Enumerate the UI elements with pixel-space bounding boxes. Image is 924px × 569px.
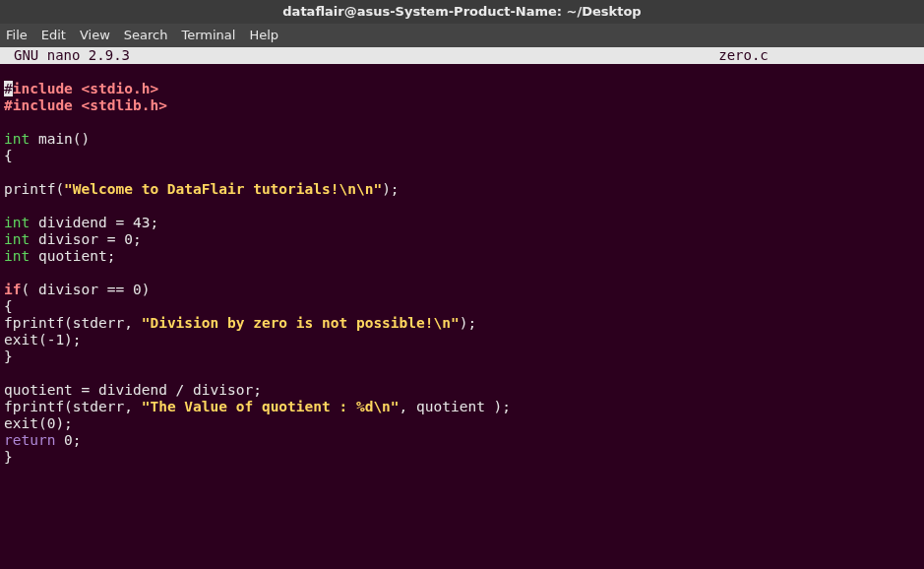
nano-version: GNU nano 2.9.3 bbox=[0, 47, 130, 64]
code-line: exit(-1); bbox=[4, 332, 82, 348]
nano-filename: zero.c bbox=[130, 47, 924, 64]
code-line: int dividend = 43; bbox=[4, 215, 158, 230]
type-kw: int bbox=[4, 231, 30, 247]
menu-view[interactable]: View bbox=[80, 24, 110, 47]
call-open: printf( bbox=[4, 181, 64, 197]
code-line: if( divisor == 0) bbox=[4, 282, 150, 297]
code-line: quotient = dividend / divisor; bbox=[4, 382, 262, 398]
string-literal: "Division by zero is not possible!\n" bbox=[142, 315, 460, 331]
call-close: ); bbox=[460, 315, 476, 331]
code-line: #include <stdio.h> bbox=[4, 81, 158, 96]
string-literal: "Welcome to DataFlair tutorials!\n\n" bbox=[64, 181, 382, 197]
code-line: } bbox=[4, 348, 13, 364]
code-line: } bbox=[4, 449, 13, 465]
call-open: fprintf(stderr, bbox=[4, 399, 142, 414]
code-line: { bbox=[4, 148, 13, 163]
if-cond: ( divisor == 0) bbox=[21, 282, 150, 297]
decl: quotient; bbox=[30, 248, 115, 264]
menubar: File Edit View Search Terminal Help bbox=[0, 24, 924, 47]
return-val: 0; bbox=[55, 432, 81, 448]
type-kw: int bbox=[4, 248, 30, 264]
decl: divisor = 0; bbox=[30, 231, 142, 247]
menu-search[interactable]: Search bbox=[124, 24, 168, 47]
blank-line bbox=[4, 164, 13, 180]
call-close: ); bbox=[382, 181, 399, 197]
nano-header: GNU nano 2.9.3 zero.c bbox=[0, 47, 924, 64]
preproc-kw: include bbox=[13, 81, 73, 96]
call-close: , quotient ); bbox=[400, 399, 512, 414]
window-titlebar: dataflair@asus-System-Product-Name: ~/De… bbox=[0, 0, 924, 24]
main-sig: main() bbox=[30, 131, 90, 147]
code-line: int divisor = 0; bbox=[4, 231, 142, 247]
string-literal: "The Value of quotient : %d\n" bbox=[142, 399, 400, 414]
preproc-kw: #include bbox=[4, 97, 73, 113]
blank-line bbox=[4, 365, 13, 381]
menu-edit[interactable]: Edit bbox=[41, 24, 66, 47]
code-line: return 0; bbox=[4, 432, 82, 448]
code-line: exit(0); bbox=[4, 415, 73, 431]
menu-terminal[interactable]: Terminal bbox=[181, 24, 235, 47]
type-kw: int bbox=[4, 131, 30, 147]
code-line: #include <stdlib.h> bbox=[4, 97, 167, 113]
blank-line bbox=[4, 198, 13, 214]
code-line: int main() bbox=[4, 131, 90, 147]
code-line: { bbox=[4, 298, 13, 314]
code-line: fprintf(stderr, "Division by zero is not… bbox=[4, 315, 476, 331]
code-line: fprintf(stderr, "The Value of quotient :… bbox=[4, 399, 511, 414]
keyword-if: if bbox=[4, 282, 21, 297]
menu-file[interactable]: File bbox=[6, 24, 28, 47]
blank-line bbox=[4, 114, 13, 130]
cursor: # bbox=[4, 81, 13, 96]
code-line: int quotient; bbox=[4, 248, 116, 264]
keyword-return: return bbox=[4, 432, 55, 448]
code-line: printf("Welcome to DataFlair tutorials!\… bbox=[4, 181, 400, 197]
decl: dividend = 43; bbox=[30, 215, 158, 230]
menu-help[interactable]: Help bbox=[249, 24, 278, 47]
header-token: <stdlib.h> bbox=[82, 97, 167, 113]
type-kw: int bbox=[4, 215, 30, 230]
header-token: <stdio.h> bbox=[82, 81, 159, 96]
blank-line bbox=[4, 265, 13, 281]
window-title: dataflair@asus-System-Product-Name: ~/De… bbox=[282, 4, 641, 19]
editor-area[interactable]: #include <stdio.h> #include <stdlib.h> i… bbox=[0, 64, 924, 466]
call-open: fprintf(stderr, bbox=[4, 315, 142, 331]
